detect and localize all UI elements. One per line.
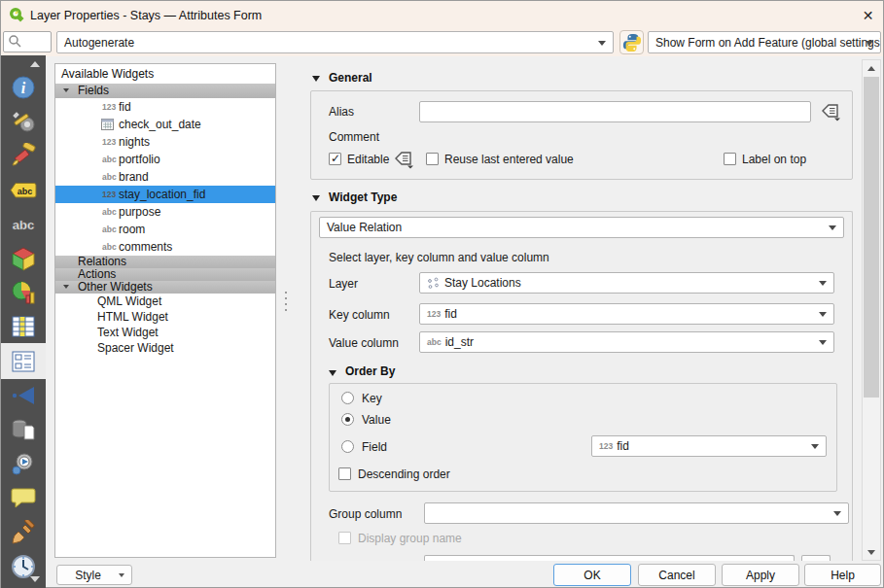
- editable-label[interactable]: Editable: [347, 153, 389, 166]
- order-by-section-title[interactable]: Order By: [345, 364, 395, 378]
- number-type-icon: 123: [102, 103, 116, 112]
- panel-splitter[interactable]: [283, 288, 288, 315]
- ok-button[interactable]: OK: [553, 564, 631, 586]
- tree-item-room[interactable]: abc room: [55, 221, 275, 238]
- tree-item-comments[interactable]: abc comments: [55, 238, 275, 256]
- alias-label: Alias: [329, 105, 354, 119]
- text-type-icon: abc: [102, 173, 117, 182]
- label-on-top-label[interactable]: Label on top: [742, 153, 806, 166]
- tree-item-purpose[interactable]: abc purpose: [55, 203, 275, 221]
- svg-text:abc: abc: [13, 218, 34, 232]
- descending-order-checkbox[interactable]: [338, 467, 351, 480]
- sidebar-item-source[interactable]: [1, 103, 46, 139]
- python-icon: [622, 33, 642, 52]
- tree-item-stay-location-fid[interactable]: 123 stay_location_fid: [55, 186, 275, 203]
- group-column-combo[interactable]: [424, 502, 849, 524]
- widget-type-value: Value Relation: [327, 221, 402, 234]
- tree-item-fid[interactable]: 123 fid: [55, 98, 275, 116]
- attributes-form-icon: [11, 350, 36, 373]
- sidebar-item-symbology[interactable]: [1, 137, 46, 173]
- sidebar-item-information[interactable]: i: [1, 69, 46, 105]
- descending-order-label[interactable]: Descending order: [358, 467, 450, 481]
- sidebar-item-masks[interactable]: abc: [1, 206, 46, 242]
- order-by-field-combo[interactable]: 123 fid: [591, 435, 827, 457]
- sidebar-item-attributes-form[interactable]: [1, 343, 46, 379]
- help-button[interactable]: Help: [804, 564, 881, 586]
- sidebar-item-actions[interactable]: [1, 445, 46, 481]
- tree-item-check-out-date[interactable]: check_out_date: [55, 116, 275, 133]
- collapse-arrow-icon[interactable]: [329, 370, 336, 376]
- arrow-down-icon: [867, 550, 875, 555]
- form-layout-combo[interactable]: Autogenerate: [56, 31, 614, 53]
- widget-type-combo[interactable]: Value Relation: [319, 217, 844, 238]
- order-by-field-radio[interactable]: [341, 440, 354, 453]
- chevron-down-icon: [811, 444, 819, 449]
- tree-item-text-widget[interactable]: Text Widget: [55, 325, 275, 340]
- close-button[interactable]: ✕: [855, 4, 881, 26]
- editable-data-defined-override-button[interactable]: [392, 149, 415, 170]
- reuse-last-value-checkbox[interactable]: [426, 153, 439, 165]
- sidebar-item-auxiliary-storage[interactable]: [1, 411, 46, 447]
- tree-item-portfolio[interactable]: abc portfolio: [55, 151, 275, 168]
- sidebar-item-display[interactable]: [1, 479, 46, 515]
- expand-arrow-icon[interactable]: [63, 285, 69, 289]
- chevron-down-icon: [819, 281, 827, 286]
- scroll-down-button[interactable]: [863, 544, 880, 560]
- number-type-icon: 123: [102, 138, 116, 147]
- order-by-value-label[interactable]: Value: [362, 413, 391, 427]
- sidebar-item-rendering[interactable]: [1, 514, 46, 550]
- sidebar-item-temporal[interactable]: [1, 548, 46, 584]
- layer-label: Layer: [329, 277, 358, 291]
- sidebar-item-diagrams[interactable]: [1, 274, 46, 310]
- order-by-key-label[interactable]: Key: [362, 392, 382, 405]
- expand-arrow-icon[interactable]: [63, 88, 69, 92]
- sidebar-item-labels[interactable]: abc: [1, 172, 46, 208]
- label-on-top-checkbox[interactable]: [724, 153, 736, 165]
- tree-item-html-widget[interactable]: HTML Widget: [55, 309, 275, 325]
- sidebar-item-3d-view[interactable]: [1, 240, 46, 276]
- tree-item-spacer-widget[interactable]: Spacer Widget: [55, 340, 275, 356]
- layer-combo[interactable]: Stay Locations: [419, 272, 834, 294]
- content-scrollbar[interactable]: [862, 59, 881, 561]
- widget-type-section-title[interactable]: Widget Type: [329, 190, 397, 204]
- scrollbar-thumb[interactable]: [864, 77, 879, 398]
- search-input[interactable]: [3, 31, 52, 52]
- fields-table-icon: [11, 315, 36, 338]
- show-form-combo[interactable]: Show Form on Add Feature (global setting…: [648, 31, 881, 53]
- text-type-icon: abc: [102, 243, 117, 252]
- order-by-value-radio[interactable]: [341, 413, 354, 426]
- number-type-icon: 123: [427, 310, 441, 319]
- python-init-button[interactable]: [619, 30, 644, 54]
- order-by-key-radio[interactable]: [341, 392, 354, 404]
- sidebar-item-fields[interactable]: [1, 308, 46, 344]
- value-column-combo[interactable]: abc id_str: [419, 331, 834, 353]
- tree-item-nights[interactable]: 123 nights: [55, 133, 275, 151]
- alias-input[interactable]: [419, 101, 811, 122]
- paintbrush-icon: [11, 143, 36, 168]
- apply-button[interactable]: Apply: [722, 564, 799, 586]
- chevron-down-icon: [829, 225, 836, 230]
- tree-group-other-widgets[interactable]: Other Widgets: [55, 281, 275, 294]
- order-by-field-label[interactable]: Field: [362, 440, 387, 454]
- cube-3d-icon: [11, 246, 36, 271]
- editable-checkbox[interactable]: [329, 153, 341, 165]
- scroll-up-button[interactable]: [863, 60, 880, 76]
- tree-item-qml-widget[interactable]: QML Widget: [55, 294, 275, 309]
- clipped-button[interactable]: [801, 555, 831, 561]
- general-section-title[interactable]: General: [329, 71, 372, 85]
- sidebar-scroll-up-icon[interactable]: [30, 61, 40, 67]
- style-menu-button[interactable]: Style: [56, 565, 132, 585]
- collapse-arrow-icon[interactable]: [312, 195, 320, 201]
- display-group-name-checkbox[interactable]: [338, 532, 351, 544]
- display-group-name-label: Display group name: [358, 532, 462, 545]
- clipped-input[interactable]: [424, 555, 795, 561]
- alias-data-defined-override-button[interactable]: [819, 101, 842, 122]
- cancel-button[interactable]: Cancel: [638, 564, 716, 586]
- value-column-label: Value column: [329, 336, 399, 350]
- reuse-last-value-label[interactable]: Reuse last entered value: [444, 153, 574, 166]
- collapse-arrow-icon[interactable]: [312, 76, 320, 82]
- key-column-combo[interactable]: 123 fid: [419, 303, 834, 325]
- tree-group-fields[interactable]: Fields: [55, 84, 275, 98]
- tree-item-brand[interactable]: abc brand: [55, 168, 275, 186]
- sidebar-item-joins[interactable]: [1, 377, 46, 413]
